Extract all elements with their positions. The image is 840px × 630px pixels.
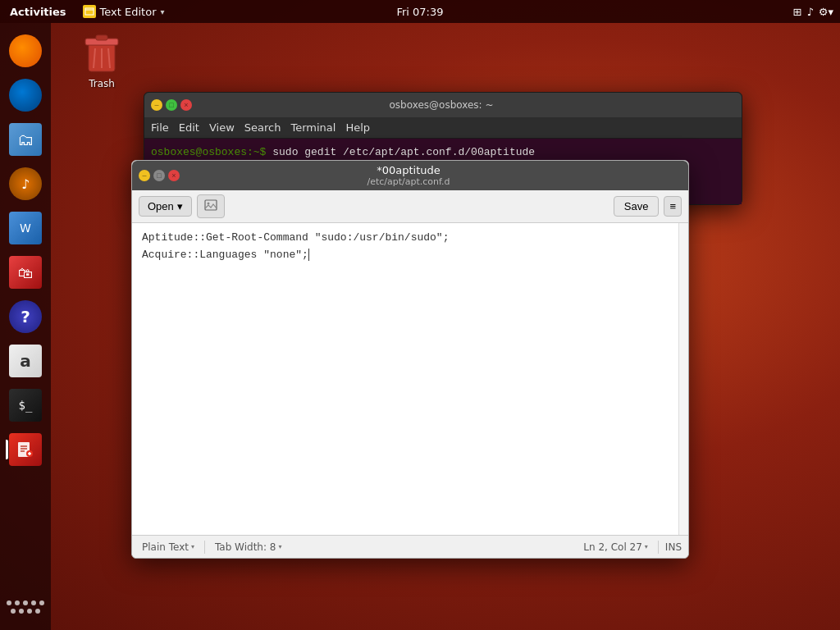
gedit-maximize-button[interactable]: □ xyxy=(153,170,165,181)
topbar: Activities Text Editor ▾ Fri 07:39 ⊞ ♪ ⚙… xyxy=(0,0,840,23)
svg-point-16 xyxy=(207,203,209,205)
gedit-text-content[interactable]: Aptitude::Get-Root-Command "sudo:/usr/bi… xyxy=(142,230,678,264)
dot xyxy=(23,600,28,605)
amazon-icon: a xyxy=(9,345,42,377)
dot xyxy=(27,609,32,614)
dot xyxy=(7,600,11,605)
gedit-content-area[interactable]: Aptitude::Get-Root-Command "sudo:/usr/bi… xyxy=(132,223,688,535)
app-menu[interactable]: Text Editor ▾ xyxy=(76,5,171,18)
open-chevron-icon: ▾ xyxy=(177,200,183,212)
gedit-window-buttons: – □ × xyxy=(139,170,180,181)
gedit-titlebar: – □ × *00aptitude /etc/apt/apt.conf.d xyxy=(132,161,688,190)
terminal-menu-view[interactable]: View xyxy=(209,121,235,134)
topbar-right-icons: ⊞ ♪ ⚙▾ xyxy=(793,0,840,23)
active-indicator xyxy=(6,440,8,459)
svg-rect-0 xyxy=(85,8,94,15)
texteditor-icon xyxy=(9,433,42,466)
tab-width-dropdown-arrow-icon: ▾ xyxy=(278,543,281,550)
system-menu-icon[interactable]: ⚙▾ xyxy=(819,6,833,18)
app-menu-chevron-icon: ▾ xyxy=(161,7,165,16)
terminal-menu-help[interactable]: Help xyxy=(345,121,370,134)
sidebar-item-rhythmbox[interactable]: ♪ xyxy=(6,164,45,203)
sidebar-item-files[interactable]: 🗂 xyxy=(6,120,45,159)
rhythmbox-icon: ♪ xyxy=(9,167,42,200)
sidebar-item-help[interactable]: ? xyxy=(6,297,45,336)
gedit-close-button[interactable]: × xyxy=(168,170,180,181)
terminal-command-line: osboxes@osboxes:~$ sudo gedit /etc/apt/a… xyxy=(151,145,735,160)
sidebar-item-texteditor[interactable] xyxy=(6,430,45,469)
terminal-menu-edit[interactable]: Edit xyxy=(179,121,199,134)
help-icon: ? xyxy=(9,300,42,333)
gedit-title-center: *00aptitude /etc/apt/apt.conf.d xyxy=(186,164,631,187)
trash-desktop-icon[interactable]: Trash xyxy=(82,29,121,89)
writer-icon: W xyxy=(9,212,42,244)
gedit-window: – □ × *00aptitude /etc/apt/apt.conf.d Op… xyxy=(131,160,689,559)
dot xyxy=(11,609,16,614)
statusbar-separator-1 xyxy=(204,541,205,554)
svg-rect-11 xyxy=(96,35,107,40)
ins-label: INS xyxy=(665,541,682,553)
app-drawer-button[interactable] xyxy=(6,600,45,614)
files-icon: 🗂 xyxy=(9,123,42,156)
tab-width-selector[interactable]: Tab Width: 8 ▾ xyxy=(212,540,285,555)
terminal-command-text: sudo gedit /etc/apt/apt.conf.d/00aptitud… xyxy=(266,146,535,158)
gedit-save-button[interactable]: Save xyxy=(614,196,660,217)
open-label: Open xyxy=(148,200,174,212)
appstore-icon: 🛍 xyxy=(9,256,42,289)
terminal-title: osboxes@osboxes: ~ xyxy=(192,99,691,111)
dot xyxy=(19,609,24,614)
statusbar-separator-2 xyxy=(658,541,659,554)
desktop: Activities Text Editor ▾ Fri 07:39 ⊞ ♪ ⚙… xyxy=(0,0,840,630)
sidebar-item-amazon[interactable]: a xyxy=(6,341,45,381)
terminal-menu-search[interactable]: Search xyxy=(244,121,281,134)
position-dropdown-arrow-icon: ▾ xyxy=(645,543,648,550)
gedit-file-path: /etc/apt/apt.conf.d xyxy=(367,176,450,187)
text-line-2-text: Acquire::Languages "none"; xyxy=(142,249,308,261)
tab-width-label: Tab Width: 8 xyxy=(215,541,276,553)
plain-text-selector[interactable]: Plain Text ▾ xyxy=(139,540,198,555)
gedit-statusbar: Plain Text ▾ Tab Width: 8 ▾ Ln 2, Col 27… xyxy=(132,535,688,558)
activities-button[interactable]: Activities xyxy=(0,0,76,23)
sidebar-item-appstore[interactable]: 🛍 xyxy=(6,253,45,292)
sidebar-item-terminal[interactable]: $_ xyxy=(6,386,45,425)
network-icon[interactable]: ⊞ xyxy=(793,6,802,18)
terminal-menu-terminal[interactable]: Terminal xyxy=(290,121,336,134)
text-line-1: Aptitude::Get-Root-Command "sudo:/usr/bi… xyxy=(142,230,678,247)
plain-text-label: Plain Text xyxy=(142,541,189,553)
position-selector[interactable]: Ln 2, Col 27 ▾ xyxy=(580,540,651,555)
thunderbird-icon xyxy=(9,79,42,112)
terminal-menu-file[interactable]: File xyxy=(151,121,169,134)
terminal-titlebar: – □ × osboxes@osboxes: ~ xyxy=(144,93,742,117)
dot xyxy=(35,609,40,614)
gedit-minimize-button[interactable]: – xyxy=(139,170,150,181)
terminal-close-button[interactable]: × xyxy=(180,99,192,111)
terminal-window-buttons: – □ × xyxy=(151,99,192,111)
gedit-insert-image-button[interactable] xyxy=(197,194,225,218)
sidebar: 🗂 ♪ W 🛍 ? a $_ xyxy=(0,23,51,630)
clock: Fri 07:39 xyxy=(396,6,443,18)
terminal-minimize-button[interactable]: – xyxy=(151,99,162,111)
terminal-prompt: osboxes@osboxes:~$ xyxy=(151,146,266,158)
firefox-icon xyxy=(9,34,42,67)
gedit-open-button[interactable]: Open ▾ xyxy=(139,196,192,217)
svg-rect-15 xyxy=(205,200,217,210)
dot xyxy=(31,600,36,605)
app-icon xyxy=(83,5,96,18)
sidebar-item-thunderbird[interactable] xyxy=(6,75,45,115)
gedit-title: *00aptitude xyxy=(377,164,441,176)
insert-image-icon xyxy=(204,199,217,212)
cursor xyxy=(308,249,316,261)
trash-label: Trash xyxy=(89,78,115,89)
plain-text-dropdown-arrow-icon: ▾ xyxy=(191,543,194,550)
terminal-icon: $_ xyxy=(9,389,42,422)
sidebar-item-writer[interactable]: W xyxy=(6,208,45,248)
gedit-scrollbar[interactable] xyxy=(678,223,688,535)
text-line-2: Acquire::Languages "none"; xyxy=(142,247,678,264)
sidebar-item-firefox[interactable] xyxy=(6,31,45,71)
dot xyxy=(15,600,20,605)
terminal-menubar: File Edit View Search Terminal Help xyxy=(144,117,742,139)
terminal-maximize-button[interactable]: □ xyxy=(166,99,177,111)
gedit-hamburger-button[interactable]: ≡ xyxy=(664,196,682,217)
sound-icon[interactable]: ♪ xyxy=(807,6,814,18)
position-label: Ln 2, Col 27 xyxy=(583,541,642,553)
